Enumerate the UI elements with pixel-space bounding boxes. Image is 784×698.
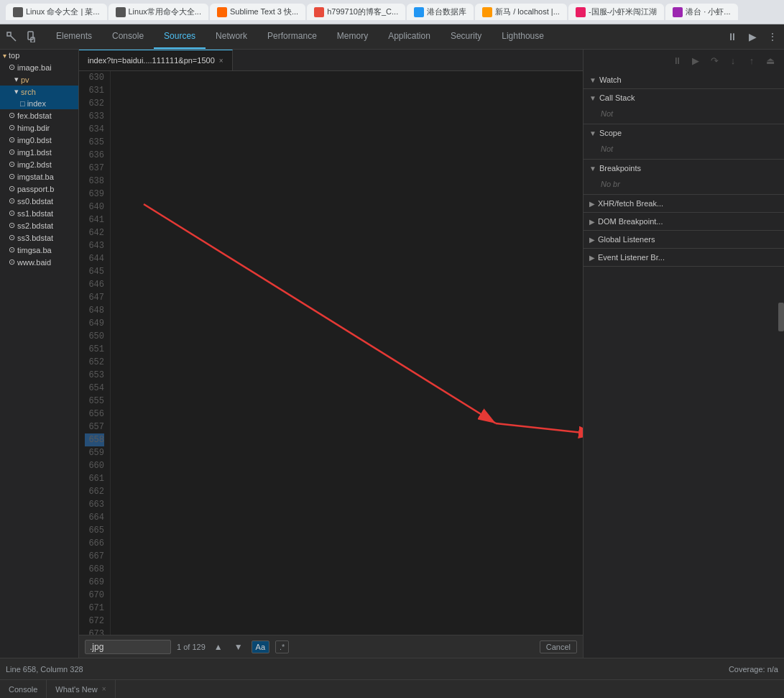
search-prev-button[interactable]: ▲ bbox=[211, 640, 226, 653]
code-line-640 bbox=[116, 498, 583, 511]
code-line-635 bbox=[116, 304, 583, 317]
watch-arrow: ▼ bbox=[589, 76, 596, 84]
editor-tab-close[interactable]: × bbox=[219, 57, 223, 65]
bottom-tab-console-label: Console bbox=[9, 685, 37, 694]
step-over-button[interactable]: ▶ bbox=[744, 28, 761, 45]
file-tree-item-pv[interactable]: ▾ pv bbox=[0, 73, 78, 86]
match-case-button[interactable]: Aa bbox=[252, 640, 269, 653]
inspect-element-button[interactable] bbox=[3, 28, 20, 45]
tab-lighthouse[interactable]: Lighthouse bbox=[492, 24, 554, 49]
search-next-button[interactable]: ▼ bbox=[231, 640, 246, 653]
tab-console[interactable]: Console bbox=[102, 24, 154, 49]
browser-tab-7[interactable]: -国服-小虾米闯江湖 bbox=[568, 4, 664, 20]
browser-tab-4[interactable]: h799710的博客_C... bbox=[307, 4, 405, 20]
resume-button[interactable]: ▶ bbox=[688, 52, 704, 68]
browser-tab-5[interactable]: 港台数据库 bbox=[407, 4, 474, 20]
devtools-navbar: Elements Console Sources Network Perform… bbox=[0, 24, 784, 50]
code-line-633 bbox=[116, 226, 583, 239]
search-cancel-button[interactable]: Cancel bbox=[540, 640, 577, 653]
editor-tab-label: index?tn=baidui....111111&pn=1500 bbox=[88, 56, 215, 65]
file-tree-item-himg[interactable]: ⊙ himg.bdir bbox=[0, 121, 78, 134]
file-tree-item-ss1[interactable]: ⊙ ss1.bdstat bbox=[0, 207, 78, 219]
search-input[interactable] bbox=[85, 640, 171, 654]
bottom-tabs: Console What's New × bbox=[0, 679, 784, 698]
tab-favicon-5 bbox=[414, 7, 424, 17]
code-line-642 bbox=[116, 576, 583, 589]
callstack-content: Not bbox=[584, 106, 784, 124]
file-tree-item-index[interactable]: □ index bbox=[0, 98, 78, 109]
svg-rect-0 bbox=[7, 32, 11, 36]
file-tree-item-ss2[interactable]: ⊙ ss2.bdstat bbox=[0, 219, 78, 231]
dom-header[interactable]: ▶ DOM Breakpoint... bbox=[584, 213, 784, 230]
file-tree-item-ss3[interactable]: ⊙ ss3.bdstat bbox=[0, 231, 78, 244]
search-bar: 1 of 129 ▲ ▼ Aa .* Cancel bbox=[79, 635, 583, 658]
file-tree-item-srch[interactable]: ▾ srch bbox=[0, 86, 78, 98]
xhr-header[interactable]: ▶ XHR/fetch Break... bbox=[584, 195, 784, 212]
tab-network[interactable]: Network bbox=[206, 24, 257, 49]
pause-button[interactable]: ⏸ bbox=[669, 52, 685, 68]
file-tree-item-img0[interactable]: ⊙ img0.bdst bbox=[0, 134, 78, 146]
debugger-panel: ⏸ ▶ ↷ ↓ ↑ ⏏ ▼ Watch ▼ Call Stack bbox=[583, 50, 784, 658]
use-regex-button[interactable]: .* bbox=[275, 640, 289, 653]
step-out-button[interactable]: ↑ bbox=[744, 52, 760, 68]
tab-favicon-4 bbox=[314, 7, 324, 17]
tab-elements[interactable]: Elements bbox=[46, 24, 102, 49]
debugger-dom-section: ▶ DOM Breakpoint... bbox=[584, 213, 784, 231]
breakpoints-header[interactable]: ▼ Breakpoints bbox=[584, 160, 784, 177]
tab-performance[interactable]: Performance bbox=[257, 24, 327, 49]
file-tree-item-timgsa[interactable]: ⊙ timgsa.ba bbox=[0, 244, 78, 256]
tab-favicon-6 bbox=[482, 7, 492, 17]
more-options-button[interactable]: ⋮ bbox=[764, 28, 781, 45]
tab-memory[interactable]: Memory bbox=[327, 24, 378, 49]
browser-tab-6[interactable]: 新马 / localhost |... bbox=[475, 4, 567, 20]
browser-tab-8[interactable]: 港台 · 小虾... bbox=[665, 4, 737, 20]
tab-sources[interactable]: Sources bbox=[154, 24, 206, 49]
browser-topbar: Linux 命令大全 | 菜... Linux常用命令大全... Sublime… bbox=[0, 0, 784, 24]
file-tree-item-image-bai[interactable]: ⊙ image.bai bbox=[0, 61, 78, 73]
code-line-641 bbox=[116, 537, 583, 550]
file-tree-item-top[interactable]: ▾ top bbox=[0, 50, 78, 61]
line-numbers: 630 631 632 633 634 635 636 637 638 639 … bbox=[79, 71, 111, 635]
bottom-tab-whatsnew-close[interactable]: × bbox=[102, 685, 106, 693]
debugger-xhr-section: ▶ XHR/fetch Break... bbox=[584, 195, 784, 213]
pause-resume-button[interactable]: ⏸ bbox=[724, 28, 741, 45]
callstack-header[interactable]: ▼ Call Stack bbox=[584, 89, 784, 106]
global-header[interactable]: ▶ Global Listeners bbox=[584, 231, 784, 248]
editor-tab-active[interactable]: index?tn=baidui....111111&pn=1500 × bbox=[79, 50, 233, 70]
step-over-button2[interactable]: ↷ bbox=[706, 52, 722, 68]
event-header[interactable]: ▶ Event Listener Br... bbox=[584, 249, 784, 266]
tab-security[interactable]: Security bbox=[441, 24, 492, 49]
debugger-breakpoints-section: ▼ Breakpoints No br bbox=[584, 160, 784, 195]
file-tree-item-passport[interactable]: ⊙ passport.b bbox=[0, 183, 78, 195]
bottom-tab-whatsnew[interactable]: What's New × bbox=[47, 680, 115, 698]
code-area[interactable]: 630 631 632 633 634 635 636 637 638 639 … bbox=[79, 71, 583, 635]
code-line-636 bbox=[116, 343, 583, 356]
code-line-639 bbox=[116, 459, 583, 472]
file-tree-item-imgstat[interactable]: ⊙ imgstat.ba bbox=[0, 170, 78, 183]
file-tree: ▾ top ⊙ image.bai ▾ pv ▾ srch □ index ⊙ bbox=[0, 50, 79, 658]
file-tree-item-fex[interactable]: ⊙ fex.bdstat bbox=[0, 109, 78, 121]
debugger-scope-section: ▼ Scope Not bbox=[584, 124, 784, 160]
browser-tab-1[interactable]: Linux 命令大全 | 菜... bbox=[6, 4, 107, 20]
tab-label-7: -国服-小虾米闯江湖 bbox=[589, 6, 657, 17]
tab-label-5: 港台数据库 bbox=[427, 6, 466, 17]
file-tree-item-img2[interactable]: ⊙ img2.bdst bbox=[0, 158, 78, 170]
tab-application[interactable]: Application bbox=[378, 24, 441, 49]
tab-label-2: Linux常用命令大全... bbox=[129, 6, 201, 17]
code-line-632 bbox=[116, 188, 583, 201]
source-editor: index?tn=baidui....111111&pn=1500 × 630 … bbox=[79, 50, 583, 658]
bottom-tab-console[interactable]: Console bbox=[0, 680, 47, 698]
device-toolbar-button[interactable] bbox=[23, 28, 40, 45]
file-tree-item-img1[interactable]: ⊙ img1.bdst bbox=[0, 146, 78, 158]
debugger-scrollbar[interactable] bbox=[778, 303, 784, 331]
browser-tab-3[interactable]: Sublime Text 3 快... bbox=[210, 4, 305, 20]
step-into-button[interactable]: ↓ bbox=[725, 52, 741, 68]
file-tree-item-ss0[interactable]: ⊙ ss0.bdstat bbox=[0, 195, 78, 207]
deactivate-breakpoints-button[interactable]: ⏏ bbox=[762, 52, 778, 68]
scope-header[interactable]: ▼ Scope bbox=[584, 124, 784, 142]
watch-header[interactable]: ▼ Watch bbox=[584, 71, 784, 88]
file-tree-item-www[interactable]: ⊙ www.baid bbox=[0, 256, 78, 268]
tab-label-3: Sublime Text 3 快... bbox=[230, 6, 298, 17]
browser-tab-2[interactable]: Linux常用命令大全... bbox=[109, 4, 208, 20]
tab-favicon-8 bbox=[673, 7, 683, 17]
